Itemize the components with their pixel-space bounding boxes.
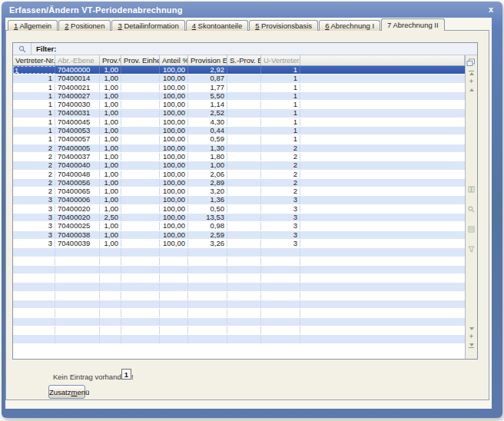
cell-u-vertreter: 1 xyxy=(261,84,300,91)
cell-vertreter-nr xyxy=(13,335,55,343)
cell-prov-einheiten xyxy=(121,171,160,178)
cell-u-vertreter xyxy=(261,309,300,317)
cell-vertreter-nr: 1 xyxy=(13,135,55,143)
table-row[interactable]: 3704000061,00100,001,363 xyxy=(13,196,465,204)
scroll-up-icon[interactable] xyxy=(469,88,474,91)
table-row[interactable]: 2704000651,00100,003,202 xyxy=(13,187,465,196)
cell-anteil-pct: 100,00 xyxy=(160,84,188,91)
cell-filler xyxy=(300,327,465,334)
append-row-icon[interactable]: + xyxy=(469,334,473,340)
insert-row-icon[interactable]: + xyxy=(469,79,473,85)
filter-funnel-icon[interactable] xyxy=(468,242,475,256)
table-row[interactable]: 3704000381,00100,002,593 xyxy=(13,231,465,240)
empty-row xyxy=(13,274,465,283)
cell-prov-pct: 1,00 xyxy=(100,196,121,204)
cell-prov-einheiten xyxy=(121,127,160,134)
table-row[interactable]: 1704000271,00100,005,501 xyxy=(13,92,465,101)
cell-filler xyxy=(300,240,465,247)
cell-abr-ebene xyxy=(55,300,100,308)
cell-provision-eur xyxy=(188,292,227,300)
table-row[interactable]: 2704000371,00100,001,802 xyxy=(13,153,465,161)
table-row[interactable]: 1704000571,00100,000,591 xyxy=(13,135,465,144)
column-chooser-icon[interactable] xyxy=(466,56,476,70)
page-indicator: 1 xyxy=(121,369,131,380)
cell-s-prov-eur xyxy=(227,231,261,239)
scroll-to-top-icon[interactable] xyxy=(469,71,474,75)
cell-prov-einheiten xyxy=(121,274,160,282)
tab-detailinformation[interactable]: 3 Detailinformation xyxy=(111,20,184,31)
column-header-vertreter-nr[interactable]: Vertreter-Nr. xyxy=(13,55,55,65)
table-row[interactable]: 1704000001,00100,002,921 xyxy=(13,66,465,75)
cell-prov-einheiten xyxy=(121,292,160,300)
tab-allgemein[interactable]: 1 Allgemein xyxy=(8,20,58,31)
table-row[interactable]: 1704000531,00100,000,441 xyxy=(13,127,465,135)
empty-row xyxy=(13,292,465,300)
table-row[interactable]: 1704000311,00100,002,521 xyxy=(13,109,465,118)
tab-positionen[interactable]: 2 Positionen xyxy=(58,20,111,31)
table-row[interactable]: 1704000301,00100,001,141 xyxy=(13,101,465,109)
cell-vertreter-nr: 1 xyxy=(13,101,55,108)
cell-provision-eur: 0,44 xyxy=(188,127,227,134)
cell-prov-einheiten xyxy=(121,222,160,230)
cell-u-vertreter: 1 xyxy=(261,127,300,134)
cell-filler xyxy=(300,66,465,74)
tab-abrechnung-1[interactable]: 6 Abrechnung I xyxy=(319,20,380,31)
cell-abr-ebene: 70400053 xyxy=(55,127,100,134)
cell-u-vertreter: 1 xyxy=(261,135,300,143)
cell-abr-ebene: 70400006 xyxy=(55,196,100,204)
column-header-u-vertreter[interactable]: U-Vertreter xyxy=(261,55,300,65)
close-icon[interactable]: x xyxy=(487,5,495,14)
cell-u-vertreter: 1 xyxy=(261,101,300,108)
column-header-anteil-pct[interactable]: Anteil % xyxy=(160,55,188,65)
tab-abrechnung-2[interactable]: 7 Abrechnung II xyxy=(381,18,445,31)
column-header-prov-einheiten[interactable]: Prov. Einheiten xyxy=(121,55,160,65)
cell-vertreter-nr: 1 xyxy=(13,109,55,117)
cell-filler xyxy=(300,309,465,317)
empty-row xyxy=(13,318,465,327)
column-header-provision-eur[interactable]: Provision EUR xyxy=(188,55,227,65)
table-row[interactable]: 3704000391,00100,003,263 xyxy=(13,240,465,248)
filter-search-icon[interactable] xyxy=(13,43,32,55)
tab-skontoanteile[interactable]: 4 Skontoanteile xyxy=(186,20,249,31)
table-row[interactable]: 1704000141,00100,000,871 xyxy=(13,75,465,83)
cell-provision-eur xyxy=(188,257,227,265)
table-row[interactable]: 1704000451,00100,004,301 xyxy=(13,118,465,127)
column-header-prov-pct[interactable]: Prov.% xyxy=(100,55,121,65)
cell-filler xyxy=(300,248,465,256)
table-row[interactable]: 3704000251,00100,000,983 xyxy=(13,222,465,230)
grid-nav-bottom-group: + xyxy=(466,327,477,348)
tab-provisionsbasis[interactable]: 5 Provisionsbasis xyxy=(249,20,318,31)
table-row[interactable]: 3704000201,00100,000,503 xyxy=(13,205,465,214)
cell-provision-eur: 1,30 xyxy=(188,144,227,152)
cell-anteil-pct xyxy=(160,274,188,282)
cell-provision-eur xyxy=(188,300,227,308)
column-header-s-prov-eur[interactable]: S.-Prov. EUR xyxy=(227,55,261,65)
cell-abr-ebene: 70400039 xyxy=(55,240,100,247)
cell-s-prov-eur xyxy=(227,135,261,143)
cell-provision-eur xyxy=(188,335,227,343)
cell-anteil-pct xyxy=(160,248,188,256)
scroll-to-bottom-icon[interactable] xyxy=(469,343,474,348)
cell-filler xyxy=(300,135,465,143)
table-row[interactable]: 2704000051,00100,001,302 xyxy=(13,144,465,153)
grid-filter-row: Filter: xyxy=(13,43,477,55)
report-icon[interactable] xyxy=(468,222,475,236)
zusatzmenu-button[interactable]: Zusatzmenü xyxy=(48,385,85,399)
cell-s-prov-eur xyxy=(227,283,261,290)
cell-filler xyxy=(300,292,465,300)
columns-icon[interactable] xyxy=(468,182,475,196)
scroll-down-icon[interactable] xyxy=(469,327,474,330)
column-header-abr-ebene[interactable]: Abr.-Ebene xyxy=(55,55,100,65)
search-icon[interactable] xyxy=(468,202,475,216)
cell-anteil-pct: 100,00 xyxy=(160,196,188,204)
cell-u-vertreter xyxy=(261,335,300,343)
table-row[interactable]: 2704000401,00100,001,002 xyxy=(13,161,465,170)
table-row[interactable]: 3704000202,50100,0013,533 xyxy=(13,214,465,222)
cell-abr-ebene xyxy=(55,327,100,334)
table-row[interactable]: 2704000481,00100,002,062 xyxy=(13,171,465,179)
table-row[interactable]: 1704000211,00100,001,771 xyxy=(13,84,465,92)
cell-vertreter-nr: 2 xyxy=(13,153,55,161)
empty-row xyxy=(13,335,465,343)
cell-vertreter-nr xyxy=(13,327,55,334)
table-row[interactable]: 2704000561,00100,002,892 xyxy=(13,179,465,187)
